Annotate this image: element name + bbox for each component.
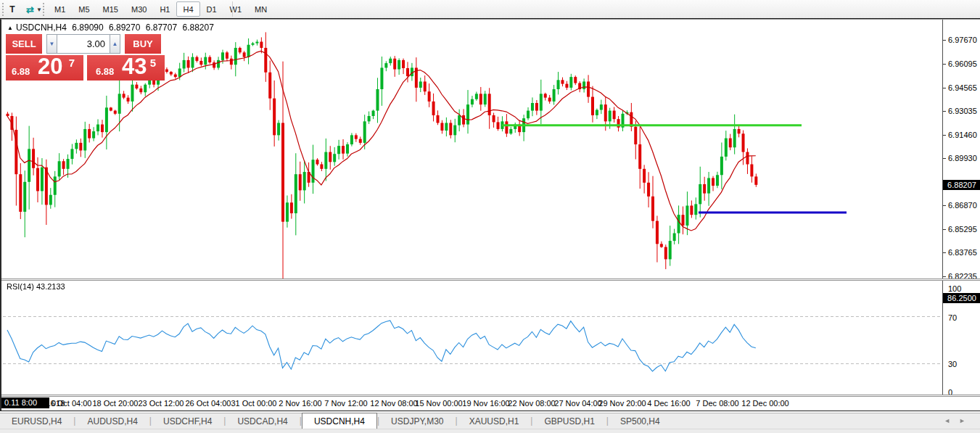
- dropdown-caret-icon: ▼: [36, 7, 42, 13]
- price-tick: [943, 205, 946, 206]
- ohlc-close: 6.88207: [182, 22, 213, 33]
- rsi-indicator-label: RSI(14) 43.2133: [7, 282, 65, 291]
- buy-price-point: 5: [150, 57, 156, 69]
- chart-tab-sp500[interactable]: SP500,H4: [609, 414, 672, 429]
- volume-increase-button[interactable]: ▲: [110, 34, 120, 54]
- price-tick: [943, 40, 946, 41]
- price-tick: [943, 229, 946, 230]
- time-cursor-tag: 0.11 8:00: [1, 397, 49, 408]
- time-axis-label: 29 Nov 20:00: [598, 399, 646, 408]
- time-axis-label: 12 Nov 08:00: [370, 399, 417, 408]
- chart-tab-usdchf[interactable]: USDCHF,H4: [152, 414, 223, 429]
- tab-scroll-left-icon[interactable]: ◄: [944, 417, 959, 424]
- timeframe-button-m1[interactable]: M1: [48, 1, 72, 17]
- price-axis-label: 6.93035: [948, 107, 977, 115]
- price-tick: [943, 111, 946, 112]
- rsi-axis-label: 100: [948, 284, 961, 293]
- price-axis-label: 6.83765: [948, 248, 977, 257]
- time-axis-label: 19 Nov 16:00: [462, 399, 509, 408]
- time-axis: 0.11 8:00 018 16 Oct 04:0018 Oct 20:0023…: [1, 397, 980, 411]
- time-axis-label: 18 Oct 20:00: [93, 399, 139, 408]
- price-axis-label: 6.89930: [948, 154, 977, 162]
- chart-tab-usdcnh[interactable]: USDCNH,H4: [302, 413, 377, 429]
- chart-title: ▲USDCNH,H4 6.89090 6.89270 6.87707 6.882…: [7, 22, 217, 33]
- time-axis-label: 31 Oct 00:00: [231, 399, 277, 408]
- rsi-value-tag: 86.2500: [943, 293, 980, 303]
- price-axis-label: 6.97670: [948, 36, 977, 44]
- toolbar-grip[interactable]: [43, 3, 45, 16]
- timeframe-buttons: M1M5M15M30H1H4D1W1MN: [48, 1, 273, 17]
- bottom-strip: [0, 429, 980, 433]
- arrows-icon: ⇄: [26, 4, 34, 15]
- timeframe-button-h1[interactable]: H1: [153, 1, 176, 17]
- timeframe-button-m15[interactable]: M15: [96, 1, 125, 17]
- text-tool-button[interactable]: T: [6, 1, 19, 17]
- buy-price-display[interactable]: 6.88 43 5: [87, 55, 165, 81]
- price-scale: 6.976706.960956.945656.930356.914606.899…: [942, 20, 980, 397]
- rsi-axis-label: 30: [948, 360, 957, 368]
- one-click-trading-panel: SELL ▼ 3.00 ▲ BUY 6.88 20 7 6.88 43 5: [6, 34, 165, 81]
- volume-input[interactable]: 3.00: [57, 34, 110, 54]
- sell-price-base: 6.88: [12, 66, 30, 77]
- sell-price-point: 7: [69, 57, 75, 69]
- timeframe-button-w1[interactable]: W1: [223, 1, 249, 17]
- price-tick: [943, 158, 946, 159]
- rsi-axis-label: 70: [948, 313, 957, 322]
- buy-price-pips: 43: [122, 54, 147, 80]
- time-axis-label: 7 Dec 08:00: [696, 399, 738, 408]
- price-axis-label: 6.94565: [948, 83, 977, 92]
- collapse-arrow-icon[interactable]: ▲: [7, 25, 13, 31]
- time-axis-label: 2 Nov 16:00: [279, 399, 321, 408]
- toolbar-grip[interactable]: [2, 3, 4, 16]
- price-tick: [943, 252, 946, 253]
- sell-button[interactable]: SELL: [6, 34, 42, 54]
- timeframe-button-m30[interactable]: M30: [125, 1, 153, 17]
- timeframe-button-h4[interactable]: H4: [176, 1, 199, 17]
- toolbar-separator: [232, 1, 233, 17]
- timeframe-button-mn[interactable]: MN: [248, 1, 273, 17]
- chart-tab-xauusd[interactable]: XAUUSD,H1: [458, 414, 531, 429]
- timeframe-button-m5[interactable]: M5: [72, 1, 96, 17]
- sell-price-pips: 20: [38, 54, 62, 80]
- price-axis-label: 6.85295: [948, 225, 977, 234]
- price-tick: [943, 276, 946, 277]
- price-tick: [943, 64, 946, 65]
- price-axis-label: 6.86870: [948, 201, 977, 210]
- time-axis-label: 23 Oct 12:00: [139, 399, 184, 408]
- price-axis-label: 6.96095: [948, 59, 977, 68]
- price-axis-label: 6.91460: [948, 131, 977, 139]
- timeframe-button-d1[interactable]: D1: [200, 1, 223, 17]
- top-toolbar: T ⇄ ▼ M1M5M15M30H1H4D1W1MN: [0, 0, 980, 19]
- time-axis-label: 4 Dec 16:00: [647, 399, 690, 408]
- time-axis-label: 26 Oct 04:00: [186, 399, 231, 408]
- chart-tab-usdjpy[interactable]: USDJPY,M30: [379, 414, 455, 429]
- time-axis-label: 27 Nov 04:00: [554, 399, 601, 408]
- volume-decrease-button[interactable]: ▼: [46, 34, 57, 54]
- chart-tab-bar: EURUSD,H4|AUDUSD,H4|USDCHF,H4|USDCAD,H4|…: [0, 413, 980, 429]
- chart-window: ▲USDCNH,H4 6.89090 6.89270 6.87707 6.882…: [0, 19, 980, 411]
- buy-price-base: 6.88: [96, 66, 114, 77]
- buy-button[interactable]: BUY: [125, 34, 161, 54]
- chart-tab-gbpusd[interactable]: GBPUSD,H1: [532, 414, 606, 429]
- symbol-period: USDCNH,H4: [16, 22, 67, 33]
- time-axis-label: 22 Nov 08:00: [508, 399, 555, 408]
- time-axis-label: 12 Dec 00:00: [741, 399, 788, 408]
- chart-tab-usdcad[interactable]: USDCAD,H4: [226, 414, 299, 429]
- current-price-tag: 6.88207: [943, 180, 980, 190]
- time-axis-label: 15 Nov 00:00: [415, 399, 462, 408]
- price-tick: [943, 135, 946, 136]
- tab-scroll-arrows[interactable]: ◄►: [944, 416, 974, 424]
- ohlc-high: 6.89270: [109, 22, 140, 33]
- rsi-indicator-chart[interactable]: [2, 280, 941, 397]
- time-axis-label: 16 Oct 04:00: [46, 399, 92, 408]
- time-axis-label: 7 Nov 12:00: [324, 399, 367, 408]
- ohlc-open: 6.89090: [72, 22, 103, 33]
- ohlc-low: 6.87707: [146, 22, 177, 33]
- chart-tab-eurusd[interactable]: EURUSD,H4: [0, 414, 73, 429]
- sell-price-display[interactable]: 6.88 20 7: [6, 55, 83, 81]
- tab-scroll-right-icon[interactable]: ►: [959, 417, 974, 424]
- pane-separator[interactable]: [1, 279, 980, 281]
- price-tick: [943, 88, 946, 88]
- chart-tab-audusd[interactable]: AUDUSD,H4: [75, 414, 149, 429]
